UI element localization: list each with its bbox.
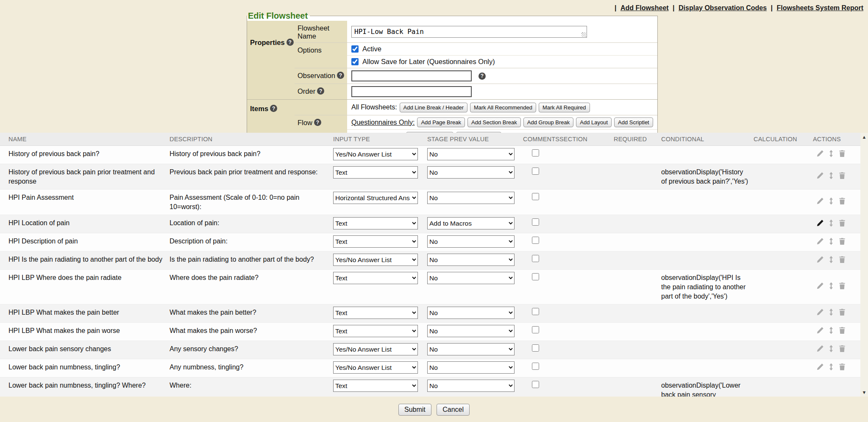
option-allow-save-for-later[interactable]: Allow Save for Later (Questionnaires Onl… bbox=[347, 55, 657, 68]
help-icon[interactable] bbox=[270, 105, 277, 112]
delete-icon[interactable] bbox=[838, 363, 846, 371]
input-type-select[interactable]: Text bbox=[333, 307, 418, 319]
move-icon[interactable] bbox=[827, 238, 835, 245]
input-type-select[interactable]: Text bbox=[333, 272, 418, 284]
delete-icon[interactable] bbox=[838, 256, 846, 263]
stage-prev-value-select[interactable]: No bbox=[427, 235, 515, 248]
move-icon[interactable] bbox=[827, 256, 835, 263]
delete-icon[interactable] bbox=[838, 345, 846, 352]
comments-checkbox[interactable] bbox=[532, 381, 539, 388]
flowsheets-system-report-link[interactable]: Flowsheets System Report bbox=[777, 4, 864, 11]
add-flowsheet-link[interactable]: Add Flowsheet bbox=[620, 4, 669, 11]
move-icon[interactable] bbox=[827, 308, 835, 316]
vertical-scrollbar[interactable] bbox=[860, 133, 868, 397]
delete-icon[interactable] bbox=[838, 308, 846, 316]
input-type-select[interactable]: Yes/No Answer List bbox=[333, 343, 418, 355]
stage-prev-value-select[interactable]: No bbox=[427, 166, 515, 179]
move-icon[interactable] bbox=[827, 282, 835, 290]
delete-icon[interactable] bbox=[838, 150, 846, 157]
comments-checkbox[interactable] bbox=[532, 193, 539, 200]
edit-icon[interactable] bbox=[816, 256, 824, 263]
mark-all-recommended-button[interactable]: Mark All Recommended bbox=[470, 103, 536, 112]
help-icon[interactable] bbox=[314, 119, 321, 126]
move-icon[interactable] bbox=[827, 172, 835, 179]
help-icon[interactable] bbox=[479, 73, 486, 80]
input-type-select[interactable]: Yes/No Answer List bbox=[333, 254, 418, 266]
edit-icon[interactable] bbox=[816, 282, 824, 290]
stage-prev-value-select[interactable]: No bbox=[427, 254, 515, 266]
edit-icon[interactable] bbox=[816, 363, 824, 371]
edit-icon[interactable] bbox=[816, 238, 824, 245]
edit-icon[interactable] bbox=[816, 308, 824, 316]
stage-prev-value-select[interactable]: No bbox=[427, 325, 515, 337]
move-icon[interactable] bbox=[827, 363, 835, 371]
active-checkbox[interactable] bbox=[351, 45, 359, 53]
edit-icon[interactable] bbox=[816, 172, 824, 179]
input-type-select[interactable]: Text bbox=[333, 166, 418, 179]
edit-icon[interactable] bbox=[816, 197, 824, 205]
stage-prev-value-select[interactable]: No bbox=[427, 380, 515, 392]
flowsheet-name-input[interactable] bbox=[351, 26, 587, 38]
delete-icon[interactable] bbox=[838, 238, 846, 245]
comments-checkbox[interactable] bbox=[532, 363, 539, 370]
move-icon[interactable] bbox=[827, 327, 835, 334]
add-group-break-button[interactable]: Add Group Break bbox=[523, 117, 573, 127]
stage-prev-value-select[interactable]: No bbox=[427, 192, 515, 204]
stage-prev-value-select[interactable]: No bbox=[427, 307, 515, 319]
mark-all-required-button[interactable]: Mark All Required bbox=[539, 103, 590, 112]
add-page-break-button[interactable]: Add Page Break bbox=[417, 117, 465, 127]
comments-checkbox[interactable] bbox=[532, 326, 539, 333]
scroll-down-icon[interactable] bbox=[860, 388, 868, 397]
stage-prev-value-select[interactable]: No bbox=[427, 361, 515, 374]
input-type-select[interactable]: Text bbox=[333, 380, 418, 392]
submit-button[interactable]: Submit bbox=[398, 404, 431, 416]
stage-prev-value-select[interactable]: No bbox=[427, 148, 515, 160]
delete-icon[interactable] bbox=[838, 327, 846, 334]
comments-checkbox[interactable] bbox=[532, 237, 539, 244]
help-icon[interactable] bbox=[287, 39, 294, 46]
stage-prev-value-select[interactable]: No bbox=[427, 343, 515, 355]
stage-prev-value-select[interactable]: No bbox=[427, 272, 515, 284]
input-type-select[interactable]: Text bbox=[333, 235, 418, 248]
stage-prev-value-select[interactable]: Add to Macros bbox=[427, 217, 515, 229]
edit-icon[interactable] bbox=[816, 327, 824, 334]
add-layout-button[interactable]: Add Layout bbox=[576, 117, 612, 127]
move-icon[interactable] bbox=[827, 219, 835, 227]
help-icon[interactable] bbox=[337, 72, 344, 79]
comments-checkbox[interactable] bbox=[532, 255, 539, 262]
cancel-button[interactable]: Cancel bbox=[437, 404, 470, 416]
comments-checkbox[interactable] bbox=[532, 344, 539, 352]
delete-icon[interactable] bbox=[838, 219, 846, 227]
move-icon[interactable] bbox=[827, 150, 835, 157]
order-input[interactable] bbox=[351, 86, 472, 97]
comments-checkbox[interactable] bbox=[532, 218, 539, 226]
comments-checkbox[interactable] bbox=[532, 308, 539, 315]
add-line-break-header-button[interactable]: Add Line Break / Header bbox=[400, 103, 467, 112]
move-icon[interactable] bbox=[827, 345, 835, 352]
comments-checkbox[interactable] bbox=[532, 168, 539, 175]
display-observation-codes-link[interactable]: Display Observation Codes bbox=[679, 4, 767, 11]
input-type-select[interactable]: Horizontal Structured Ans bbox=[333, 192, 418, 204]
add-section-break-button[interactable]: Add Section Break bbox=[467, 117, 521, 127]
option-active[interactable]: Active bbox=[347, 43, 657, 55]
observation-input[interactable] bbox=[351, 70, 472, 81]
edit-icon[interactable] bbox=[816, 345, 824, 352]
delete-icon[interactable] bbox=[838, 197, 846, 205]
move-icon[interactable] bbox=[827, 197, 835, 205]
scroll-up-icon[interactable] bbox=[860, 133, 868, 141]
input-type-select[interactable]: Text bbox=[333, 217, 418, 229]
delete-icon[interactable] bbox=[838, 282, 846, 290]
delete-icon[interactable] bbox=[838, 172, 846, 179]
input-type-select[interactable]: Yes/No Answer List bbox=[333, 148, 418, 160]
add-scriptlet-button[interactable]: Add Scriptlet bbox=[614, 117, 653, 127]
edit-icon[interactable] bbox=[816, 150, 824, 157]
table-header-row: NAME DESCRIPTION INPUT TYPE STAGE PREV V… bbox=[0, 133, 860, 146]
help-icon[interactable] bbox=[317, 87, 324, 95]
edit-icon[interactable] bbox=[816, 219, 824, 227]
input-type-select[interactable]: Text bbox=[333, 325, 418, 337]
comments-checkbox[interactable] bbox=[532, 149, 539, 157]
resize-grip[interactable] bbox=[581, 32, 586, 37]
comments-checkbox[interactable] bbox=[532, 273, 539, 280]
allow-save-for-later-checkbox[interactable] bbox=[351, 58, 359, 65]
input-type-select[interactable]: Yes/No Answer List bbox=[333, 361, 418, 374]
